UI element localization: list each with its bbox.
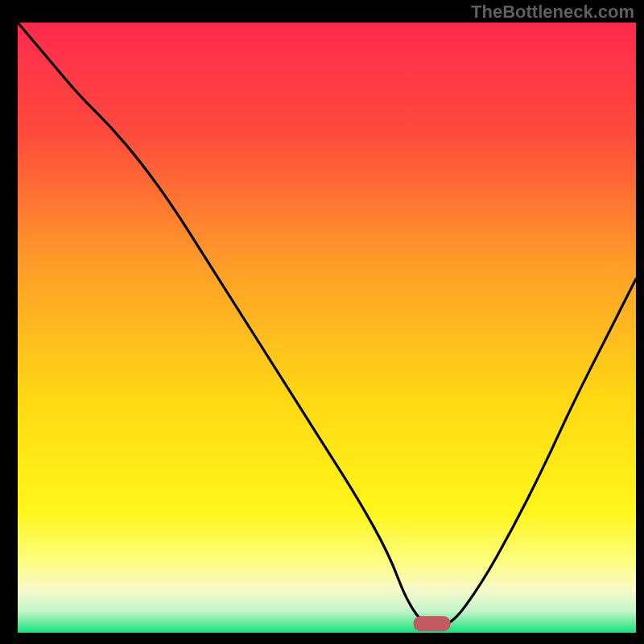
optimal-point-marker xyxy=(414,616,451,631)
watermark-label: TheBottleneck.com xyxy=(471,2,634,23)
chart-container: TheBottleneck.com xyxy=(0,0,644,644)
bottleneck-curve-chart xyxy=(0,0,644,644)
plot-gradient-background xyxy=(18,23,636,633)
